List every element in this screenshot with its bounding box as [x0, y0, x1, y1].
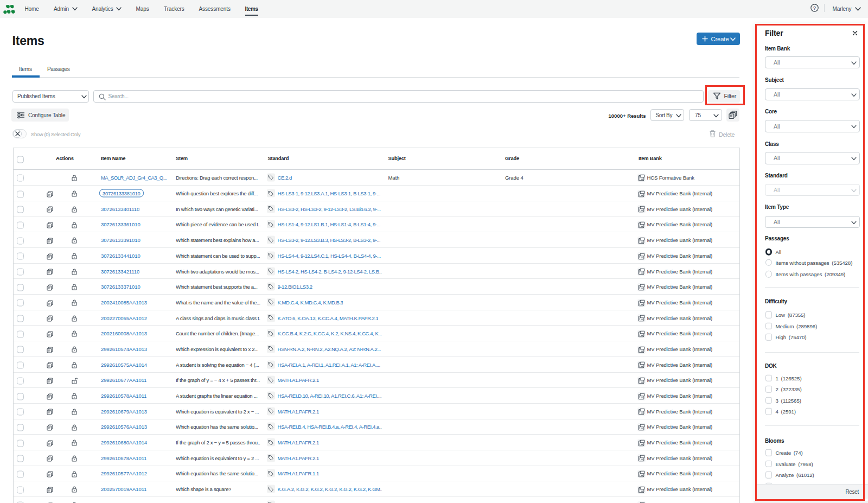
svg-text:?: ?: [813, 4, 816, 10]
